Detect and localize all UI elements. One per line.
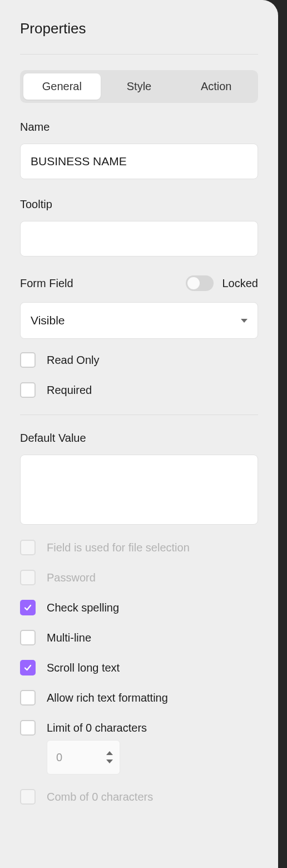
- default-value-input[interactable]: [20, 455, 258, 525]
- comb-chars-label: Comb of 0 characters: [47, 791, 153, 803]
- locked-label: Locked: [222, 277, 259, 290]
- visibility-value: Visible: [31, 314, 65, 327]
- divider: [20, 54, 258, 55]
- tabs: General Style Action: [20, 70, 258, 103]
- divider: [20, 415, 258, 415]
- readonly-checkbox[interactable]: [20, 352, 36, 368]
- multiline-checkbox[interactable]: [20, 630, 36, 645]
- readonly-label: Read Only: [47, 354, 100, 367]
- file-selection-label: Field is used for file selection: [47, 541, 190, 554]
- required-label: Required: [47, 384, 92, 397]
- stepper-down-icon[interactable]: [106, 760, 113, 763]
- tab-action[interactable]: Action: [177, 73, 255, 100]
- default-value-label: Default Value: [20, 432, 258, 445]
- tooltip-label: Tooltip: [20, 198, 258, 211]
- required-checkbox[interactable]: [20, 382, 36, 398]
- file-selection-checkbox: [20, 540, 36, 555]
- comb-chars-checkbox: [20, 789, 36, 805]
- scroll-long-text-checkbox[interactable]: [20, 660, 36, 675]
- locked-toggle[interactable]: [186, 275, 214, 291]
- tab-style[interactable]: Style: [101, 73, 178, 100]
- rich-text-checkbox[interactable]: [20, 690, 36, 706]
- tooltip-input[interactable]: [20, 221, 258, 257]
- form-field-label: Form Field: [20, 277, 73, 290]
- panel-title: Properties: [20, 20, 258, 37]
- password-label: Password: [47, 571, 96, 584]
- stepper-up-icon[interactable]: [106, 751, 113, 755]
- multiline-label: Multi-line: [47, 632, 91, 644]
- limit-chars-checkbox[interactable]: [20, 720, 36, 736]
- check-spelling-checkbox[interactable]: [20, 600, 36, 615]
- name-label: Name: [20, 121, 258, 134]
- chevron-down-icon: [241, 319, 248, 323]
- rich-text-label: Allow rich text formatting: [47, 692, 168, 704]
- tab-general[interactable]: General: [23, 73, 101, 100]
- visibility-select[interactable]: Visible: [20, 302, 258, 339]
- check-spelling-label: Check spelling: [47, 601, 119, 614]
- scroll-long-text-label: Scroll long text: [47, 662, 120, 674]
- limit-chars-value: 0: [56, 751, 62, 764]
- limit-chars-label: Limit of 0 characters: [47, 722, 147, 734]
- name-input[interactable]: [20, 144, 258, 179]
- password-checkbox: [20, 570, 36, 585]
- toggle-knob: [187, 277, 200, 289]
- limit-chars-stepper[interactable]: 0: [47, 740, 120, 775]
